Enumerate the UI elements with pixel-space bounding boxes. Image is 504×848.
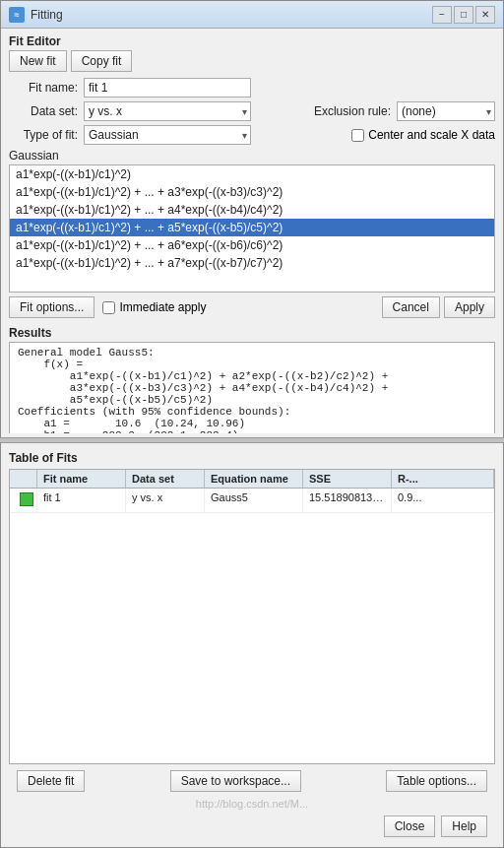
fits-table: Fit name Data set Equation name SSE R-..…: [9, 469, 495, 765]
results-line: b1 = 383.3 (383.1, 383.4): [18, 429, 486, 433]
data-set-row: Data set: y vs. x Exclusion rule: (none): [9, 101, 495, 121]
watermark: http://blog.csdn.net/M...: [9, 796, 495, 812]
row-equation: Gauss5: [205, 489, 303, 512]
col-header-sse: SSE: [303, 470, 392, 488]
close-window-button[interactable]: ✕: [475, 6, 495, 24]
fit-type-select[interactable]: Gaussian: [84, 125, 251, 145]
results-section: Results General model Gauss5: f(x) = a1*…: [9, 326, 495, 433]
title-bar: ≈ Fitting − □ ✕: [1, 1, 503, 29]
results-line: General model Gauss5:: [18, 347, 486, 359]
close-button[interactable]: Close: [384, 815, 436, 837]
fit-name-label: Fit name:: [9, 81, 78, 95]
apply-button[interactable]: Apply: [444, 296, 495, 318]
help-button[interactable]: Help: [441, 815, 487, 837]
results-line: f(x) =: [18, 359, 486, 370]
col-header-dataset: Data set: [126, 470, 205, 488]
window-title: Fitting: [31, 8, 63, 22]
fit-status-icon: [20, 492, 33, 506]
delete-fit-button[interactable]: Delete fit: [17, 770, 85, 792]
options-row: Fit options... Immediate apply Cancel Ap…: [9, 296, 495, 318]
col-header-fitname: Fit name: [37, 470, 126, 488]
data-set-select[interactable]: y vs. x: [84, 101, 251, 121]
center-scale-label: Center and scale X data: [368, 128, 495, 142]
exclusion-rule-label: Exclusion rule:: [314, 104, 391, 118]
fit-type-label: Type of fit:: [9, 128, 78, 142]
equation-item-6[interactable]: a1*exp(-((x-b1)/c1)^2) + ... + a7*exp(-(…: [10, 254, 494, 272]
exclusion-rule-select[interactable]: (none): [397, 101, 495, 121]
col-header-equation: Equation name: [205, 470, 303, 488]
table-area: Table of Fits Fit name Data set Equation…: [1, 447, 503, 848]
equation-item-4[interactable]: a1*exp(-((x-b1)/c1)^2) + ... + a5*exp(-(…: [10, 219, 494, 236]
fitting-window: ≈ Fitting − □ ✕ Fit Editor New fit Copy …: [0, 0, 504, 848]
equation-item-1[interactable]: a1*exp(-((x-b1)/c1)^2): [10, 165, 494, 183]
table-row[interactable]: fit 1 y vs. x Gauss5 15.51890813900... 0…: [10, 489, 494, 513]
cancel-button[interactable]: Cancel: [382, 296, 440, 318]
col-header-r: R-...: [392, 470, 494, 488]
equation-list[interactable]: a1*exp(-((x-b1)/c1)^2) a1*exp(-((x-b1)/c…: [9, 164, 495, 293]
new-fit-button[interactable]: New fit: [9, 50, 67, 72]
row-icon-cell: [10, 489, 37, 512]
footer-bar: Close Help: [9, 812, 495, 843]
section-divider: [0, 437, 504, 443]
copy-fit-button[interactable]: Copy fit: [71, 50, 133, 72]
bottom-button-bar: Delete fit Save to workspace... Table op…: [9, 764, 495, 796]
main-content: Fit Editor New fit Copy fit Fit name: Da…: [1, 29, 503, 433]
fit-editor-toolbar: New fit Copy fit: [9, 50, 495, 72]
fit-editor-section: Fit Editor New fit Copy fit Fit name: Da…: [9, 34, 495, 322]
row-r: 0.9...: [392, 489, 494, 512]
immediate-apply-label: Immediate apply: [119, 300, 206, 314]
results-line: a1 = 10.6 (10.24, 10.96): [18, 418, 486, 429]
maximize-button[interactable]: □: [454, 6, 473, 24]
results-line: a5*exp(-((x-b5)/c5)^2): [18, 394, 486, 406]
save-to-workspace-button[interactable]: Save to workspace...: [170, 770, 301, 792]
minimize-button[interactable]: −: [432, 6, 452, 24]
center-scale-row: Center and scale X data: [351, 128, 495, 142]
equation-item-2[interactable]: a1*exp(-((x-b1)/c1)^2) + ... + a3*exp(-(…: [10, 183, 494, 201]
row-dataset: y vs. x: [126, 489, 205, 512]
table-of-fits-label: Table of Fits: [9, 451, 495, 465]
table-header: Fit name Data set Equation name SSE R-..…: [10, 470, 494, 489]
results-content: General model Gauss5: f(x) = a1*exp(-((x…: [9, 342, 495, 433]
equation-item-3[interactable]: a1*exp(-((x-b1)/c1)^2) + ... + a4*exp(-(…: [10, 201, 494, 219]
row-fitname: fit 1: [37, 489, 126, 512]
results-line: a3*exp(-((x-b3)/c3)^2) + a4*exp(-((x-b4)…: [18, 382, 486, 394]
fit-editor-label: Fit Editor: [9, 34, 495, 48]
table-options-button[interactable]: Table options...: [386, 770, 487, 792]
fit-name-row: Fit name:: [9, 78, 495, 98]
results-line: Coefficients (with 95% confidence bounds…: [18, 406, 486, 418]
data-set-label: Data set:: [9, 104, 78, 118]
col-header-icon: [10, 470, 37, 488]
center-scale-checkbox[interactable]: [351, 129, 364, 142]
app-icon: ≈: [9, 7, 25, 23]
fit-options-button[interactable]: Fit options...: [9, 296, 94, 318]
gaussian-section-label: Gaussian: [9, 149, 495, 163]
fit-name-input[interactable]: [84, 78, 251, 98]
results-line: a1*exp(-((x-b1)/c1)^2) + a2*exp(-((x-b2)…: [18, 370, 486, 382]
fit-type-row: Type of fit: Gaussian Center and scale X…: [9, 125, 495, 145]
immediate-apply-checkbox[interactable]: [102, 301, 115, 314]
results-label: Results: [9, 326, 495, 340]
equation-item-5[interactable]: a1*exp(-((x-b1)/c1)^2) + ... + a6*exp(-(…: [10, 236, 494, 254]
row-sse: 15.51890813900...: [303, 489, 392, 512]
